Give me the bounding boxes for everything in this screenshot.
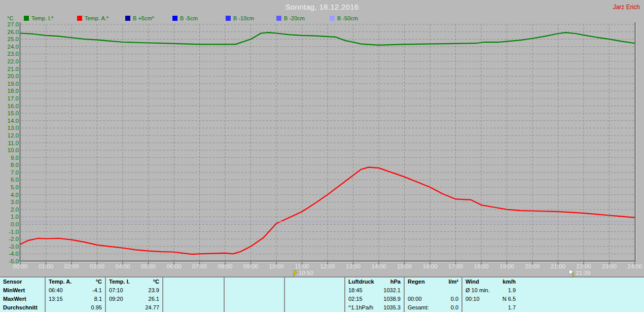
- x-tick-label: 07:00: [192, 263, 207, 269]
- table-row: ^1.1hPa/h1035.3: [345, 303, 404, 312]
- table-row: 09:2026.1: [106, 295, 162, 303]
- series-swatch-icon: [125, 16, 130, 21]
- table-cell: 1038.9: [383, 295, 401, 303]
- legend-item-label: B -10cm: [233, 15, 254, 21]
- table-column: SensorMinWertMaxWertDurchschnitt: [0, 278, 45, 312]
- legend-item-label: Temp. I.*: [31, 15, 53, 21]
- table-row: [285, 278, 344, 286]
- table-row: [163, 286, 224, 295]
- table-column: Temp. A.°C06:40-4.113:158.10.95: [45, 278, 105, 312]
- y-tick-label: -1.0: [9, 229, 19, 235]
- x-tick-label: 09:00: [243, 263, 258, 269]
- table-column: Regenl/m²00:000.0Gesamt:0.0: [404, 278, 461, 312]
- table-row: 00:000.0: [405, 295, 461, 303]
- table-row: [163, 295, 224, 303]
- y-tick-label: 21.0: [8, 66, 19, 72]
- table-cell: 00:10: [466, 295, 480, 303]
- table-row: 00:10N 6.5: [462, 295, 519, 303]
- table-row: Windkm/h: [462, 278, 519, 286]
- table-cell: 06:40: [49, 286, 63, 295]
- y-tick-label: 18.0: [8, 88, 19, 94]
- table-cell: N 6.5: [503, 295, 516, 303]
- legend-item-label: B -5cm: [180, 15, 198, 21]
- x-tick-label: 10:00: [269, 263, 284, 269]
- table-cell: 18:45: [348, 286, 363, 295]
- x-tick-label: 19:00: [499, 263, 514, 269]
- legend-item[interactable]: B -50cm: [330, 15, 365, 21]
- table-row: [163, 303, 224, 312]
- y-tick-label: 2.0: [11, 206, 19, 213]
- table-cell: 0.0: [451, 303, 458, 312]
- table-cell: 26.1: [149, 295, 159, 303]
- time-marker-label: 10:50: [299, 270, 313, 276]
- table-cell: 1035.3: [383, 303, 401, 312]
- table-column: LuftdruckhPa18:451032.102:151038.9^1.1hP…: [344, 278, 404, 312]
- legend-item[interactable]: Temp. A.*: [77, 15, 125, 21]
- legend-item[interactable]: B -10cm: [226, 15, 276, 21]
- y-tick-label: 8.0: [11, 162, 19, 168]
- table-cell: °C: [153, 278, 159, 286]
- page-title: Sonntag, 18.12.2016: [0, 3, 644, 11]
- x-tick-label: 06:00: [167, 263, 182, 269]
- table-cell: 02:15: [348, 295, 363, 303]
- table-row-label: Durchschnitt: [0, 303, 45, 312]
- time-marker-label: 21:39: [576, 270, 590, 276]
- y-tick-label: 16.0: [8, 103, 19, 109]
- table-cell: 1032.1: [383, 286, 401, 295]
- x-tick-label: 16:00: [423, 263, 438, 269]
- table-row: 18:451032.1: [345, 286, 404, 295]
- legend-item[interactable]: B -5cm: [172, 15, 226, 21]
- table-cell: 0.0: [451, 295, 458, 303]
- table-cell: 00:00: [408, 295, 422, 303]
- table-cell: -4.1: [92, 286, 102, 295]
- y-tick-label: 22.0: [8, 58, 19, 64]
- x-tick-label: 20:00: [525, 263, 540, 269]
- table-cell: 24.77: [145, 303, 159, 312]
- legend-item-label: B +5cm*: [133, 15, 154, 21]
- table-row: Ø 10 min.1.9: [462, 286, 519, 295]
- y-tick-label: 10.0: [8, 147, 19, 153]
- user-name: Jarz Erich: [613, 4, 640, 11]
- table-row: [225, 303, 284, 312]
- y-tick-label: 3.0: [11, 199, 19, 205]
- moon-marker-icon: [568, 270, 573, 274]
- table-row: 24.77: [106, 303, 162, 312]
- legend-item-label: B -20cm: [284, 15, 305, 21]
- legend-item[interactable]: Temp. I.*: [24, 15, 77, 21]
- table-cell: °C: [96, 278, 102, 286]
- x-tick-label: 04:00: [116, 263, 130, 269]
- y-tick-label: 27.0: [8, 21, 19, 27]
- table-row: 07:1023.9: [106, 286, 162, 295]
- x-tick-label: 22:00: [577, 263, 591, 269]
- table-column: [284, 278, 344, 312]
- y-tick-label: 5.0: [11, 184, 19, 190]
- table-row: [225, 278, 284, 286]
- x-tick-label: 17:00: [448, 263, 463, 269]
- y-tick-label: 19.0: [8, 81, 19, 87]
- x-tick-label: 00:00: [13, 263, 28, 269]
- table-column: [224, 278, 284, 312]
- y-tick-label: 7.0: [11, 169, 19, 176]
- legend-item-label: B -50cm: [337, 15, 358, 21]
- table-row: 1.7: [462, 303, 519, 312]
- series-swatch-icon: [276, 16, 281, 21]
- table-column: Windkm/hØ 10 min.1.900:10N 6.51.7: [461, 278, 519, 312]
- table-row: 0.95: [46, 303, 105, 312]
- table-row-label: MaxWert: [0, 295, 45, 303]
- table-row: [285, 286, 344, 295]
- series-swatch-icon: [172, 16, 177, 21]
- legend-item[interactable]: B +5cm*: [125, 15, 172, 21]
- table-cell: 1.7: [508, 303, 516, 312]
- table-row: [163, 278, 224, 286]
- legend-item[interactable]: B -20cm: [276, 15, 330, 21]
- x-tick-label: 01:00: [39, 263, 53, 269]
- x-tick-label: 02:00: [64, 263, 79, 269]
- table-cell: Wind: [466, 278, 479, 286]
- y-tick-label: 26.0: [8, 29, 19, 35]
- y-tick-label: 0.0: [11, 221, 19, 227]
- weather-chart: -5.0-4.0-3.0-2.0-1.00.01.02.03.04.05.06.…: [0, 0, 644, 276]
- y-tick-label: 23.0: [8, 51, 19, 57]
- x-tick-label: 08:00: [218, 263, 233, 269]
- y-tick-label: 1.0: [11, 214, 19, 220]
- y-tick-label: 15.0: [8, 110, 19, 116]
